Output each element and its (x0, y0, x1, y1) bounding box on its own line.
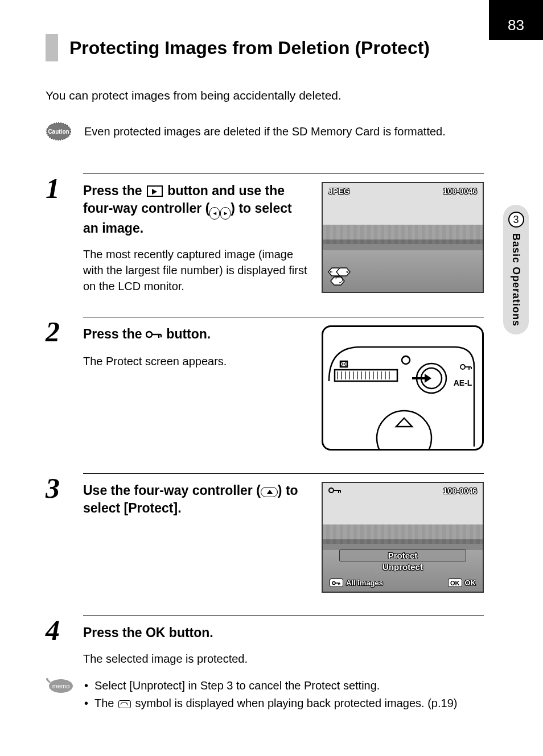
memo-item-1: Select [Unprotect] in Step 3 to cancel t… (84, 677, 457, 695)
protect-key-overlay-icon (328, 486, 342, 496)
ok-button-label-icon: OK (146, 625, 166, 640)
step-2-desc: The Protect screen appears. (83, 353, 308, 369)
step-number-3: 3 (46, 473, 68, 593)
menu-bottom-right: OK OK (448, 579, 476, 587)
page-title: Protecting Images from Deletion (Protect… (69, 34, 430, 61)
memo-item-2: The symbol is displayed when playing bac… (84, 695, 457, 712)
step-4: 4 Press the OK button. The selected imag… (46, 615, 484, 667)
lcd-protect-menu: Protect Unprotect (339, 550, 466, 572)
up-arrow-icon (261, 487, 278, 497)
memo-callout: memo Select [Unprotect] in Step 3 to can… (46, 677, 484, 712)
caution-text: Even protected images are deleted if the… (84, 125, 446, 138)
left-right-arrow-icon: ◂▸ (209, 207, 231, 220)
playback-icon (147, 185, 163, 197)
memo-icon: memo (46, 677, 74, 712)
svg-point-31 (329, 488, 334, 493)
lcd-screen-1: JPEG 100-0046 (322, 182, 484, 293)
lcd-format-label: JPEG (328, 187, 349, 196)
svg-point-26 (460, 365, 465, 369)
intro-text: You can protect images from being accide… (46, 87, 484, 104)
protect-key-badge (330, 579, 343, 587)
svg-text:memo: memo (52, 683, 70, 689)
lcd-screen-3: 100-0046 Protect Unprotect All images (322, 482, 484, 593)
section-title-row: Protecting Images from Deletion (Protect… (46, 34, 484, 61)
chapter-tab: 3 Basic Operations (503, 205, 529, 334)
lcd-file-number: 100-0046 (443, 187, 477, 196)
step-2-illustration: AE-L (322, 325, 484, 451)
page-number: 83 (489, 0, 543, 40)
svg-text:Caution: Caution (48, 129, 69, 135)
svg-point-40 (46, 678, 48, 680)
step-4-heading: Press the OK button. (83, 624, 484, 642)
protected-image-icon (118, 700, 131, 708)
caution-callout: Caution Even protected images are delete… (46, 121, 484, 142)
step-2-heading: Press the button. (83, 325, 308, 344)
menu-item-protect: Protect (339, 550, 466, 561)
step-3-heading: Use the four-way controller () to select… (83, 482, 308, 517)
step-3-illustration: 100-0046 Protect Unprotect All images (322, 482, 484, 593)
step-number-2: 2 (46, 317, 68, 451)
step-1-heading: Press the button and use the four-way co… (83, 182, 308, 237)
svg-text:AE-L: AE-L (454, 378, 472, 387)
step-1-desc: The most recently captured image (image … (83, 246, 308, 294)
step-4-desc: The selected image is protected. (83, 651, 484, 667)
svg-point-35 (332, 581, 335, 584)
chapter-title: Basic Operations (510, 233, 522, 327)
svg-point-2 (146, 332, 152, 337)
step-1: 1 Press the button and use the four-way … (46, 173, 484, 294)
chapter-number: 3 (508, 212, 524, 228)
camera-diagram: AE-L (322, 325, 484, 451)
ok-badge: OK (448, 579, 462, 587)
menu-item-unprotect: Unprotect (382, 561, 423, 572)
step-number-4: 4 (46, 615, 68, 667)
svg-point-25 (377, 411, 431, 449)
step-number-1: 1 (46, 173, 68, 294)
protect-key-icon (146, 327, 163, 344)
nav-arrows-icon (327, 266, 351, 287)
title-accent-bar (46, 34, 58, 61)
svg-rect-24 (340, 361, 347, 367)
step-1-illustration: JPEG 100-0046 (322, 182, 484, 294)
menu-bottom-left: All images (330, 579, 383, 587)
step-3: 3 Use the four-way controller () to sele… (46, 473, 484, 593)
caution-icon: Caution (46, 121, 72, 142)
step-2: 2 Press the button. The Protect screen a… (46, 317, 484, 451)
lcd-file-number-3: 100-0046 (443, 486, 477, 495)
